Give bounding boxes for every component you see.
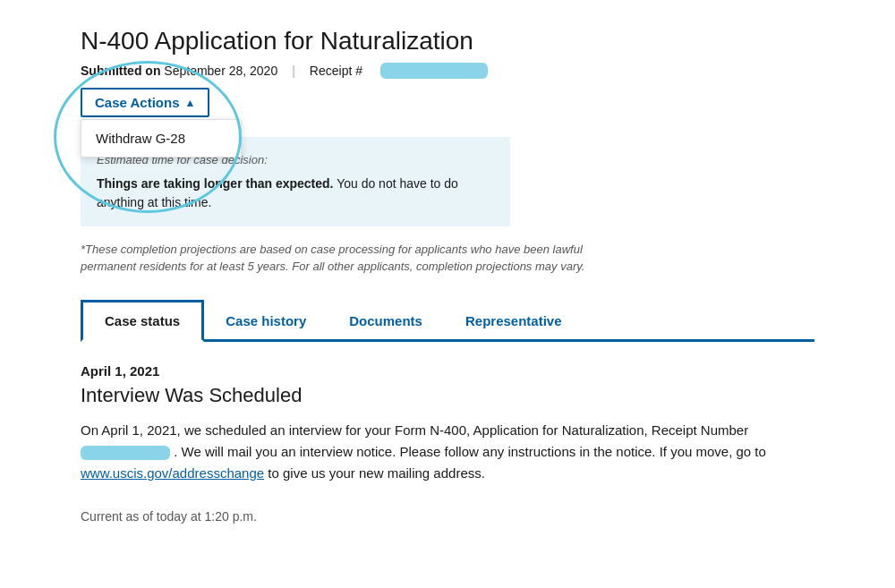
tab-documents[interactable]: Documents xyxy=(328,300,444,342)
body-before: On April 1, 2021, we scheduled an interv… xyxy=(81,422,748,438)
address-change-link[interactable]: www.uscis.gov/addresschange xyxy=(81,465,264,481)
submitted-label: Submitted on September 28, 2020 xyxy=(81,64,277,78)
withdraw-g28-item[interactable]: Withdraw G-28 xyxy=(81,120,241,157)
case-actions-wrapper: Case Actions ▲ Withdraw G-28 xyxy=(81,88,209,117)
warning-bold: Things are taking longer than expected. xyxy=(97,176,334,191)
tab-representative[interactable]: Representative xyxy=(444,300,584,342)
chevron-up-icon: ▲ xyxy=(184,97,195,109)
case-actions-dropdown: Withdraw G-28 xyxy=(81,119,242,158)
receipt-number-redacted xyxy=(380,63,488,79)
case-status-title: Interview Was Scheduled xyxy=(81,384,814,407)
meta-row: Submitted on September 28, 2020 | Receip… xyxy=(81,63,814,79)
link-suffix: to give us your new mailing address. xyxy=(268,465,485,481)
case-status-section: April 1, 2021 Interview Was Scheduled On… xyxy=(81,363,814,524)
receipt-label: Receipt # xyxy=(310,64,362,78)
tabs-row: Case status Case history Documents Repre… xyxy=(81,297,814,342)
page-title: N-400 Application for Naturalization xyxy=(81,27,814,55)
case-status-date: April 1, 2021 xyxy=(81,363,814,379)
warning-text: Things are taking longer than expected. … xyxy=(97,175,494,212)
tab-case-status[interactable]: Case status xyxy=(81,300,204,342)
meta-divider: | xyxy=(292,64,295,78)
case-actions-button[interactable]: Case Actions ▲ xyxy=(81,88,209,117)
case-actions-label: Case Actions xyxy=(95,95,179,110)
current-as-of: Current as of today at 1:20 p.m. xyxy=(81,509,814,524)
receipt-inline-redacted xyxy=(81,446,170,460)
tab-case-history[interactable]: Case history xyxy=(204,300,328,342)
case-status-body: On April 1, 2021, we scheduled an interv… xyxy=(81,420,779,484)
footnote: *These completion projections are based … xyxy=(81,241,635,276)
body-after: . We will mail you an interview notice. … xyxy=(174,444,766,459)
